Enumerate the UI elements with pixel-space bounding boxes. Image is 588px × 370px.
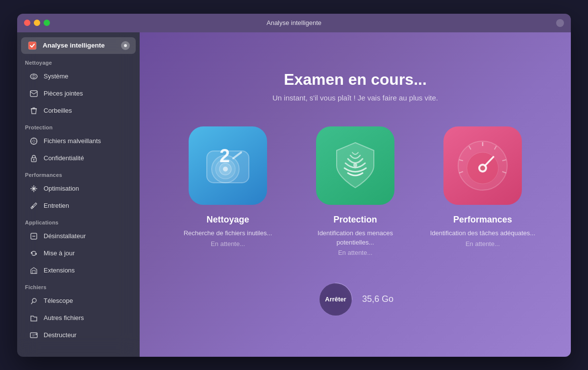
svg-rect-23: [30, 333, 37, 338]
nettoyage-card-title: Nettoyage: [206, 215, 249, 225]
svg-rect-5: [30, 91, 37, 97]
section-protection: Protection: [17, 120, 140, 132]
analyse-icon: [27, 41, 38, 50]
performances-card-status: En attente...: [466, 240, 500, 247]
cards-row: 2 Nettoyage Recherche de fichiers inutil…: [172, 126, 539, 256]
app-window: Analyse intelligente Analyse intelligent…: [17, 14, 571, 357]
fichiers-malveillants-icon: [29, 136, 39, 146]
scan-title: Examen en cours...: [284, 71, 427, 89]
svg-line-22: [31, 302, 33, 304]
destructeur-icon: [29, 330, 39, 340]
analyse-label: Analyse intelligente: [43, 42, 116, 49]
card-performances: Performances Identification des tâches a…: [426, 126, 539, 256]
section-applications: Applications: [17, 215, 140, 227]
card-nettoyage: 2 Nettoyage Recherche de fichiers inutil…: [172, 126, 284, 256]
optimisation-label: Optimisation: [44, 185, 79, 192]
scan-size: 35,6 Go: [362, 294, 393, 304]
systeme-label: Système: [44, 73, 69, 80]
telescope-icon: [29, 296, 39, 306]
performances-svg: [453, 136, 512, 195]
sidebar-item-confidentialite[interactable]: Confidentialité: [21, 150, 136, 167]
titlebar: Analyse intelligente: [17, 14, 571, 32]
analyse-badge: [121, 41, 130, 50]
pieces-jointes-label: Pièces jointes: [44, 90, 83, 97]
mise-a-jour-label: Mise à jour: [44, 249, 75, 257]
entretien-icon: [29, 201, 39, 211]
maximize-button[interactable]: [44, 20, 50, 26]
sidebar-item-corbeilles[interactable]: Corbeilles: [21, 102, 136, 119]
window-title: Analyse intelligente: [267, 19, 321, 26]
close-button[interactable]: [24, 20, 30, 26]
protection-card-desc: Identification des menaces potentielles.…: [299, 229, 412, 247]
sidebar-item-optimisation[interactable]: Optimisation: [21, 180, 136, 197]
sidebar-item-telescope[interactable]: Télescope: [21, 293, 136, 309]
minimize-button[interactable]: [34, 20, 40, 26]
settings-icon[interactable]: [556, 19, 564, 27]
sidebar-item-analyse[interactable]: Analyse intelligente: [21, 37, 136, 54]
section-nettoyage: Nettoyage: [17, 55, 140, 68]
fichiers-malveillants-label: Fichiers malveillants: [44, 137, 101, 145]
nettoyage-card-desc: Recherche de fichiers inutiles...: [184, 229, 272, 238]
pieces-jointes-icon: [29, 89, 39, 99]
svg-point-26: [36, 333, 37, 335]
autres-fichiers-icon: [29, 313, 39, 323]
sidebar-item-fichiers-malveillants[interactable]: Fichiers malveillants: [21, 133, 136, 149]
desinstallateur-label: Désinstallateur: [44, 232, 86, 240]
circular-progress: Arrêter: [317, 281, 354, 318]
protection-card-status: En attente...: [338, 249, 372, 256]
svg-point-14: [33, 159, 35, 160]
sidebar-item-extensions[interactable]: Extensions: [21, 262, 136, 279]
section-performances: Performances: [17, 167, 140, 180]
mise-a-jour-icon: [29, 248, 39, 258]
scan-subtitle: Un instant, s'il vous plaît ! Je vais fa…: [272, 94, 438, 102]
main-area: Examen en cours... Un instant, s'il vous…: [140, 32, 571, 357]
extensions-label: Extensions: [44, 267, 75, 274]
nettoyage-card-status: En attente...: [211, 240, 245, 247]
section-fichiers: Fichiers: [17, 279, 140, 292]
protection-card-title: Protection: [333, 215, 377, 225]
sidebar-item-destructeur[interactable]: Destructeur: [21, 327, 136, 344]
performances-card-desc: Identification des tâches adéquates...: [430, 229, 536, 238]
svg-point-34: [353, 163, 357, 167]
confidentialite-icon: [29, 153, 39, 163]
confidentialite-label: Confidentialité: [44, 154, 84, 162]
progress-area: Arrêter 35,6 Go: [317, 281, 393, 318]
extensions-icon: [29, 266, 39, 275]
sidebar-item-systeme[interactable]: Système: [21, 68, 136, 85]
nettoyage-icon-wrap: 2: [189, 126, 267, 205]
destructeur-label: Destructeur: [44, 331, 76, 339]
entretien-label: Entretien: [44, 202, 69, 209]
sidebar-item-autres-fichiers[interactable]: Autres fichiers: [21, 310, 136, 326]
card-protection: Protection Identification des menaces po…: [299, 126, 412, 256]
sidebar-item-entretien[interactable]: Entretien: [21, 197, 136, 214]
sidebar-item-desinstallateur[interactable]: Désinstallateur: [21, 228, 136, 245]
nettoyage-svg: 2: [201, 139, 255, 193]
performances-icon-wrap: [443, 126, 522, 205]
sidebar: Analyse intelligente Nettoyage: [17, 32, 140, 357]
svg-rect-0: [28, 42, 36, 49]
svg-point-31: [223, 167, 228, 172]
stop-button[interactable]: Arrêter: [319, 283, 352, 316]
protection-icon-wrap: [316, 126, 394, 205]
telescope-label: Télescope: [44, 297, 73, 304]
autres-fichiers-label: Autres fichiers: [44, 314, 84, 321]
svg-point-1: [124, 44, 127, 47]
window-controls: [24, 20, 50, 26]
protection-svg: [331, 139, 380, 193]
systeme-icon: [29, 72, 39, 81]
sidebar-item-mise-a-jour[interactable]: Mise à jour: [21, 245, 136, 262]
corbeilles-label: Corbeilles: [44, 107, 72, 114]
main-layout: Analyse intelligente Nettoyage: [17, 32, 571, 357]
corbeilles-icon: [29, 106, 39, 116]
desinstallateur-icon: [29, 231, 39, 241]
svg-point-7: [31, 138, 37, 144]
svg-point-8: [33, 140, 35, 142]
performances-card-title: Performances: [453, 215, 512, 225]
svg-point-46: [480, 166, 485, 171]
svg-text:2: 2: [220, 146, 230, 166]
sidebar-item-pieces-jointes[interactable]: Pièces jointes: [21, 85, 136, 102]
optimisation-icon: [29, 184, 39, 194]
